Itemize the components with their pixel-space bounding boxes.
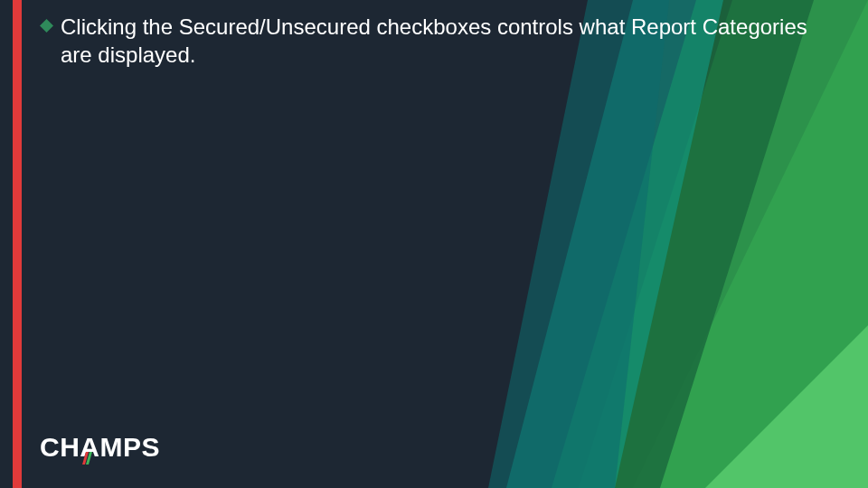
bullet-text: Clicking the Secured/Unsecured checkboxe… — [61, 13, 832, 69]
logo-slash-icon — [82, 452, 95, 465]
bullet-item: Clicking the Secured/Unsecured checkboxe… — [40, 13, 832, 69]
logo-part-right: MPS — [100, 432, 161, 462]
logo-part-a: A — [80, 432, 99, 463]
logo-part-left: CH — [40, 432, 80, 462]
content-area: Clicking the Secured/Unsecured checkboxe… — [40, 13, 832, 69]
background-shapes — [0, 0, 868, 488]
svg-marker-6 — [40, 19, 53, 33]
champs-logo: CHA MPS — [40, 432, 160, 463]
slide: Clicking the Secured/Unsecured checkboxe… — [0, 0, 868, 488]
diamond-bullet-icon — [40, 19, 53, 36]
